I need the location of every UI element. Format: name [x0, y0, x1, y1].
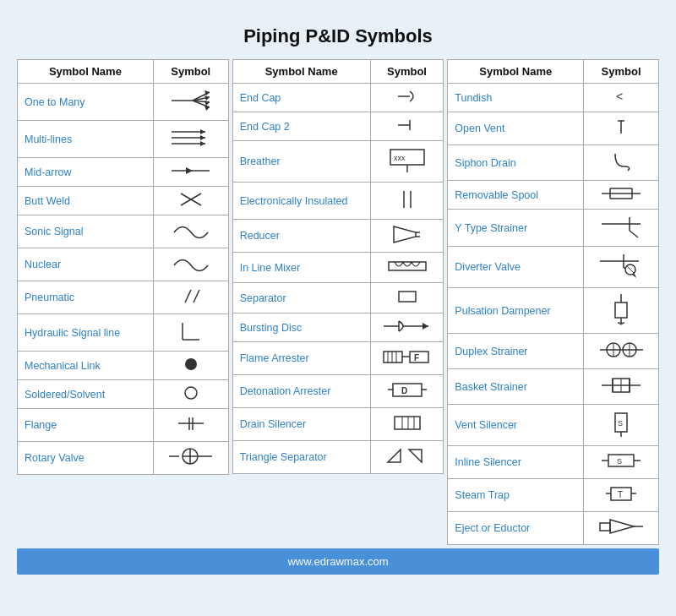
table-row: Electronically Insulated: [232, 183, 444, 220]
row-name: Hydraulic Signal line: [18, 314, 154, 352]
svg-rect-50: [384, 352, 402, 363]
table-row: Soldered/Solvent: [18, 380, 229, 409]
row-symbol: [153, 442, 228, 475]
row-name: Multi-lines: [18, 121, 154, 158]
row-symbol: [370, 220, 444, 253]
page-title: Piping P&ID Symbols: [17, 25, 659, 47]
svg-marker-12: [200, 129, 205, 134]
row-name: Y Type Strainer: [448, 210, 584, 247]
row-name: Flange: [18, 409, 154, 442]
svg-marker-110: [610, 520, 634, 533]
svg-text:S: S: [618, 419, 623, 428]
table-1: Symbol Name Symbol One to Many: [17, 59, 229, 475]
row-symbol: [584, 112, 659, 145]
table-2: Symbol Name Symbol End Cap End Cap 2: [232, 59, 444, 474]
svg-line-20: [194, 290, 199, 303]
row-symbol: [153, 314, 228, 352]
table1-header-name: Symbol Name: [18, 60, 154, 84]
table-row: End Cap 2: [232, 112, 444, 141]
row-name: End Cap: [232, 84, 370, 112]
row-name: Reducer: [232, 220, 370, 253]
row-name: Drain Silencer: [232, 408, 370, 441]
table-row: Vent Silencer S: [448, 405, 659, 446]
footer: www.edrawmax.com: [17, 548, 659, 575]
row-name: Pulsation Dampener: [448, 288, 584, 334]
row-name: Mid-arrow: [18, 158, 154, 187]
row-name: Nuclear: [18, 248, 154, 281]
svg-text:xxx: xxx: [394, 154, 406, 162]
svg-rect-85: [615, 303, 627, 318]
svg-text:D: D: [401, 386, 407, 395]
row-symbol: [153, 215, 228, 248]
table-row: Inline Silencer S: [448, 446, 659, 479]
svg-text:F: F: [414, 353, 419, 363]
row-symbol: S: [584, 446, 659, 479]
table-row: Rotary Valve: [18, 442, 229, 475]
row-name: Detonation Arrester: [232, 375, 370, 408]
row-symbol: [370, 112, 444, 141]
table3-header-symbol: Symbol: [584, 60, 659, 84]
table-row: Butt Weld: [18, 187, 229, 215]
svg-rect-61: [395, 417, 420, 429]
table-row: Diverter Valve: [448, 247, 659, 288]
table-row: Drain Silencer: [232, 408, 444, 441]
table-row: Flange: [18, 409, 229, 442]
row-symbol: [584, 512, 659, 545]
table-row: One to Many: [18, 84, 229, 121]
table-row: Detonation Arrester D: [232, 375, 444, 408]
row-name: Pneumatic: [18, 281, 154, 314]
table-3: Symbol Name Symbol Tundish < Open Vent: [447, 59, 659, 545]
row-name: Removable Spool: [448, 181, 584, 210]
svg-marker-49: [422, 323, 428, 330]
table-row: Sonic Signal: [18, 215, 229, 248]
row-symbol: [153, 352, 228, 380]
svg-line-81: [627, 266, 634, 273]
row-name: In Line Mixer: [232, 253, 370, 283]
row-name: Vent Silencer: [448, 405, 584, 446]
row-symbol: <: [584, 84, 659, 112]
row-name: Rotary Valve: [18, 442, 154, 475]
row-symbol: [153, 187, 228, 215]
table-row: Siphon Drain: [448, 145, 659, 181]
row-name: Eject or Eductor: [448, 512, 584, 545]
table-row: Hydraulic Signal line: [18, 314, 229, 352]
row-name: Tundish: [448, 84, 584, 112]
row-symbol: [370, 441, 444, 474]
svg-rect-109: [600, 523, 610, 531]
svg-point-23: [185, 358, 197, 370]
svg-text:S: S: [617, 457, 622, 466]
row-name: Bursting Disc: [232, 313, 370, 342]
row-name: Electronically Insulated: [232, 183, 370, 220]
row-symbol: [584, 369, 659, 405]
svg-marker-41: [394, 226, 416, 243]
table-row: Open Vent: [448, 112, 659, 145]
table1-header-symbol: Symbol: [153, 60, 228, 84]
row-symbol: F: [370, 342, 444, 375]
main-container: Piping P&ID Symbols Symbol Name Symbol O…: [17, 17, 659, 575]
table-row: Steam Trap T: [448, 479, 659, 512]
row-symbol: [370, 408, 444, 441]
row-name: Sonic Signal: [18, 215, 154, 248]
table-row: Basket Strainer: [448, 369, 659, 405]
row-name: Siphon Drain: [448, 145, 584, 181]
row-symbol: [370, 283, 444, 313]
table-row: Duplex Strainer: [448, 334, 659, 369]
table-row: Mid-arrow: [18, 158, 229, 187]
svg-rect-45: [399, 292, 416, 302]
table-row: Flame Arrester F: [232, 342, 444, 375]
svg-text:T: T: [618, 490, 623, 499]
row-name: Separator: [232, 283, 370, 313]
row-symbol: [584, 288, 659, 334]
row-name: Diverter Valve: [448, 247, 584, 288]
svg-marker-65: [388, 450, 401, 462]
row-name: Flame Arrester: [232, 342, 370, 375]
table-row: End Cap: [232, 84, 444, 112]
svg-marker-66: [409, 450, 422, 462]
row-name: Triangle Separator: [232, 441, 370, 474]
table-row: In Line Mixer: [232, 253, 444, 283]
table-row: Separator: [232, 283, 444, 313]
row-symbol: [584, 247, 659, 288]
row-name: Inline Silencer: [448, 446, 584, 479]
row-symbol: xxx: [370, 141, 444, 183]
table3-header-name: Symbol Name: [448, 60, 584, 84]
